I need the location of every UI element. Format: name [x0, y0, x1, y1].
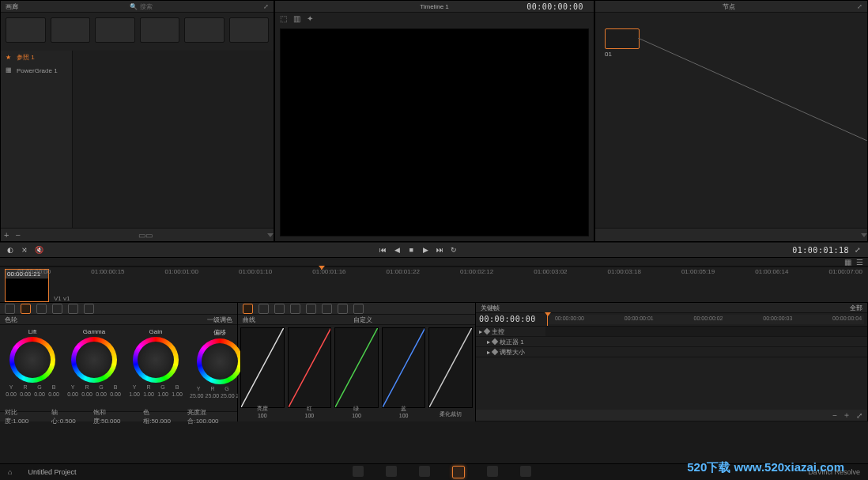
timeline-grid-icon[interactable]: ▦ — [844, 258, 851, 266]
nodes-expand-icon[interactable]: ⤢ — [857, 3, 862, 10]
mini-ruler[interactable]: 01:00:00:0001:00:00:1501:00:01:0001:00:0… — [0, 266, 868, 267]
picker-icon[interactable]: ⬚ — [280, 14, 287, 23]
kf-zoom-in-icon[interactable]: ＋ — [843, 410, 851, 421]
project-name[interactable]: Untitled Project — [20, 468, 84, 476]
status-field[interactable]: 饱和度:50.000 — [93, 408, 129, 425]
curve-绿[interactable]: 绿100 — [334, 327, 379, 408]
status-field[interactable]: 对比度:1.000 — [5, 408, 37, 425]
timeline-list-icon[interactable]: ☰ — [856, 258, 863, 266]
tool-rgb-mixer[interactable] — [68, 304, 78, 314]
kf-fit-icon[interactable]: ⤢ — [856, 411, 862, 420]
wheel-values: 0.000.000.000.00 — [5, 391, 60, 397]
bypass-icon[interactable]: ◐ — [5, 244, 16, 255]
color-node[interactable] — [605, 28, 640, 49]
wheel-dial[interactable] — [133, 337, 179, 383]
status-field[interactable]: 轴心:0.500 — [51, 408, 78, 425]
color-wheel-lift[interactable]: LiftYRGB0.000.000.000.00 — [5, 328, 60, 408]
gallery-body[interactable] — [73, 51, 274, 228]
page-media[interactable] — [353, 466, 364, 477]
wheels-mode[interactable]: 一级调色 — [207, 316, 232, 324]
shuffle-icon[interactable]: ⤨ — [19, 244, 30, 255]
mute-icon[interactable]: 🔇 — [33, 244, 44, 255]
sidebar-item-stills[interactable]: ★ 参照 1 — [1, 51, 72, 64]
chevron-down-icon[interactable] — [267, 233, 274, 237]
tool-curves[interactable] — [243, 304, 253, 314]
still-thumb[interactable] — [95, 17, 135, 43]
color-wheel-gamma[interactable]: GammaYRGB0.000.000.000.00 — [66, 328, 122, 408]
expand-viewer-icon[interactable]: ⤢ — [852, 244, 863, 255]
nodes-title: 节点 — [600, 2, 857, 11]
tool-log[interactable] — [52, 304, 62, 314]
still-thumb[interactable] — [6, 17, 46, 43]
still-thumb[interactable] — [184, 17, 225, 43]
curve-亮度[interactable]: 亮度100 — [240, 327, 285, 408]
page-deliver[interactable] — [520, 466, 531, 477]
step-back-button[interactable]: ◀ — [391, 244, 402, 255]
kf-master-track[interactable] — [545, 327, 867, 336]
status-field[interactable]: 亮度混合:100.000 — [187, 408, 232, 425]
nodes-canvas[interactable]: 01 — [595, 13, 867, 228]
keyframe-diamond-icon[interactable] — [492, 349, 498, 355]
status-field[interactable]: 色相:50.000 — [143, 408, 173, 425]
color-wheel-gain[interactable]: GainYRGB1.001.001.001.00 — [128, 328, 183, 408]
play-button[interactable]: ▶ — [420, 244, 431, 255]
tool-qualifier[interactable] — [259, 304, 269, 314]
page-edit[interactable] — [386, 466, 397, 477]
viewer-pane: Timeline 1 00:00:00:00 ⬚ ▥ ✦ — [274, 0, 594, 242]
gallery-add-button[interactable]: + — [1, 230, 12, 240]
kf-zoom-out-icon[interactable]: − — [832, 411, 837, 420]
still-thumb[interactable] — [51, 17, 91, 43]
svg-line-5 — [429, 328, 472, 407]
page-color[interactable] — [452, 466, 465, 478]
page-fairlight[interactable] — [487, 466, 498, 477]
keyframe-diamond-icon[interactable] — [484, 328, 490, 334]
gallery-remove-button[interactable]: − — [12, 230, 23, 240]
tool-primaries-bars[interactable] — [36, 304, 47, 314]
sidebar-item-label: PowerGrade 1 — [17, 67, 58, 74]
viewer-canvas[interactable] — [280, 28, 589, 236]
kf-ruler[interactable]: 00:00:00:0000:00:00:0100:00:00:0200:00:0… — [549, 315, 864, 324]
kf-playhead[interactable] — [547, 313, 548, 326]
wheel-dial[interactable] — [9, 337, 55, 383]
tool-sizing[interactable] — [338, 304, 348, 314]
search-placeholder[interactable]: 搜索 — [140, 2, 153, 11]
transport-timecode[interactable]: 01:00:01:18 — [792, 246, 849, 255]
track-expand-icon[interactable]: ▸ — [487, 349, 490, 356]
tool-key[interactable] — [322, 304, 332, 314]
curve-蓝[interactable]: 蓝100 — [382, 327, 426, 408]
track-expand-icon[interactable]: ▸ — [479, 328, 482, 335]
home-button[interactable]: ⌂ — [0, 468, 20, 476]
gallery-expand-icon[interactable]: ⤢ — [263, 3, 269, 10]
curve-红[interactable]: 红100 — [288, 327, 332, 408]
mini-playhead[interactable] — [321, 266, 322, 270]
tool-motion[interactable] — [84, 304, 94, 314]
curve-softclip[interactable]: 柔化裁切 — [428, 327, 473, 408]
wheel-dial[interactable] — [71, 337, 117, 383]
keyframes-mode[interactable]: 全部 — [850, 304, 862, 312]
still-thumb[interactable] — [140, 17, 180, 43]
chevron-down-icon[interactable] — [861, 233, 867, 237]
sidebar-item-powergrade[interactable]: ▦ PowerGrade 1 — [1, 64, 72, 77]
ruler-tick: 01:00:01:16 — [312, 268, 345, 275]
keyframe-diamond-icon[interactable] — [492, 338, 498, 345]
still-thumb[interactable] — [229, 17, 270, 43]
tool-window[interactable] — [274, 304, 285, 314]
highlight-icon[interactable]: ✦ — [307, 14, 313, 23]
curves-mode[interactable]: 自定义 — [353, 316, 372, 324]
gallery-view-icon[interactable]: ▭▭ — [138, 231, 153, 240]
loop-button[interactable]: ↻ — [448, 244, 459, 255]
page-fusion[interactable] — [419, 466, 430, 477]
wheel-dial[interactable] — [197, 338, 243, 384]
prev-clip-button[interactable]: ⏮ — [377, 244, 388, 255]
track-expand-icon[interactable]: ▸ — [487, 338, 490, 346]
tool-stereo[interactable] — [353, 304, 364, 314]
ruler-tick: 01:00:05:19 — [681, 268, 715, 275]
search-icon[interactable]: 🔍 — [130, 3, 138, 10]
tool-color-wheels[interactable] — [21, 304, 31, 314]
split-icon[interactable]: ▥ — [293, 14, 300, 23]
tool-blur[interactable] — [306, 304, 316, 314]
next-clip-button[interactable]: ⏭ — [434, 244, 445, 255]
tool-tracker[interactable] — [290, 304, 300, 314]
stop-button[interactable]: ■ — [406, 244, 417, 255]
tool-camera-raw[interactable] — [5, 304, 15, 314]
